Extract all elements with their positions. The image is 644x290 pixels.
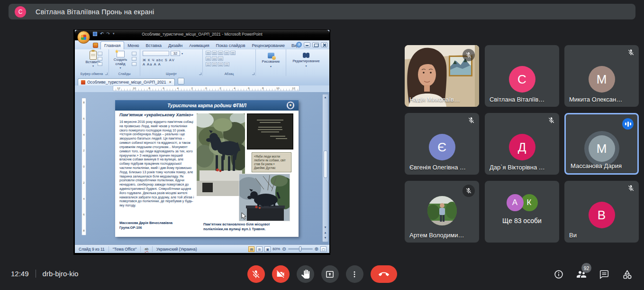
ribbon-tab-review[interactable]: Рецензирование xyxy=(249,42,289,49)
list-buttons[interactable] xyxy=(206,51,255,55)
screen-share-region[interactable]: ↶ ↷ ▾ Особливе_туристичне_місце_ОАРП_202… xyxy=(73,29,330,255)
vertical-ruler[interactable]: 864202468 xyxy=(82,98,86,235)
find-icon xyxy=(303,53,309,58)
font-style-buttons[interactable]: Ж К Ч abc S АV xyxy=(143,58,202,62)
statue-photo-main xyxy=(197,113,245,196)
participant-name: Надія Миколаїв… xyxy=(409,96,460,103)
spellcheck-icon[interactable]: ab xyxy=(141,246,153,252)
paragraph-dialog-launcher[interactable] xyxy=(252,73,254,75)
camera-toggle-button[interactable] xyxy=(272,265,290,283)
overflow-avatars: А К Ще 83 особи xyxy=(485,194,559,225)
ribbon-tab-design[interactable]: Дизайн xyxy=(165,42,186,49)
document-icon xyxy=(81,80,85,84)
indent-increase-icon[interactable] xyxy=(224,51,229,55)
clipboard-dialog-launcher[interactable] xyxy=(105,73,108,75)
language-indicator[interactable]: Украинский (Украина) xyxy=(153,246,200,252)
ribbon-tab-animation[interactable]: Анимация xyxy=(186,42,212,49)
people-button[interactable]: 92 xyxy=(576,269,587,280)
slides-small-buttons[interactable] xyxy=(132,52,136,66)
delete-slide-icon[interactable] xyxy=(132,62,136,66)
ribbon-tab-slideshow[interactable]: Показ слайдов xyxy=(213,42,249,49)
align-right-icon[interactable] xyxy=(218,62,223,66)
clipboard-small-buttons[interactable] xyxy=(98,52,102,66)
office-button[interactable] xyxy=(77,31,90,44)
ribbon-tab-insert[interactable]: Вставка xyxy=(143,42,165,49)
scroll-down-icon[interactable]: ▼ xyxy=(323,225,327,229)
document-tab[interactable]: Особливе_туристичне_місце_ОАРП_2021 × xyxy=(78,78,175,85)
reset-icon[interactable] xyxy=(132,57,136,61)
slide-canvas[interactable]: Туристична карта родини ФТМЛ Пам’ятник «… xyxy=(115,100,299,237)
slide-header-band: Туристична карта родини ФТМЛ xyxy=(115,100,299,111)
editing-button[interactable]: Редактирование ▾ xyxy=(286,51,326,67)
participant-tile-yevheniia[interactable]: Є Євгенія Олегівна … xyxy=(405,113,479,175)
align-text-icon[interactable] xyxy=(212,56,217,61)
numbering-icon[interactable] xyxy=(212,51,217,55)
participant-tile-massanova[interactable]: М Массанова Дария xyxy=(564,113,639,175)
format-painter-icon[interactable] xyxy=(98,62,102,66)
justify-icon[interactable] xyxy=(224,62,229,66)
help-icon[interactable]: ? xyxy=(296,42,302,47)
raise-hand-button[interactable] xyxy=(297,265,314,283)
align-left-icon[interactable] xyxy=(206,62,211,66)
drawing-button[interactable]: Рисование ▾ xyxy=(256,51,286,68)
paste-button[interactable]: Вставить ▾ xyxy=(78,51,109,67)
memorial-plaque-photo xyxy=(247,113,293,150)
scrollbar-thumb[interactable] xyxy=(324,150,327,178)
copy-icon[interactable] xyxy=(98,57,102,61)
participant-tile-mykyta[interactable]: М Микита Олексан… xyxy=(564,45,639,107)
speaking-indicator-icon xyxy=(622,118,634,130)
align-center-icon[interactable] xyxy=(212,62,217,66)
info-button[interactable] xyxy=(553,269,564,280)
participant-tile-nadiia[interactable]: Надія Миколаїв… xyxy=(405,45,479,107)
close-button[interactable] xyxy=(321,42,327,47)
text-direction-icon[interactable] xyxy=(206,56,211,61)
ribbon-tab-home[interactable]: Главная xyxy=(100,41,124,49)
minimize-button[interactable] xyxy=(304,42,310,47)
columns-icon[interactable] xyxy=(218,56,223,61)
close-tab-icon[interactable]: × xyxy=(169,80,172,84)
slideshow-icon[interactable]: ▣ xyxy=(264,246,271,252)
cut-icon[interactable] xyxy=(98,52,102,56)
indent-buttons[interactable] xyxy=(206,56,255,61)
mic-toggle-button[interactable] xyxy=(247,265,265,283)
slide-sorter-icon[interactable]: ⊞ xyxy=(256,246,263,252)
zoom-in-icon[interactable]: ⊕ xyxy=(315,246,318,252)
participant-name: Массанова Дария xyxy=(571,162,622,169)
font-name-select[interactable] xyxy=(143,51,169,56)
zoom-slider[interactable] xyxy=(288,248,313,250)
scroll-up-icon[interactable]: ▲ xyxy=(323,95,327,99)
overflow-tile[interactable]: А К Ще 83 особи xyxy=(485,181,559,243)
participant-tile-artem[interactable]: Артем Володими… xyxy=(405,181,479,243)
line-spacing-icon[interactable] xyxy=(230,51,236,55)
ppt-window-title: Особливе_туристичне_місце_ОАРП_2021 - Mi… xyxy=(75,32,329,37)
more-options-button[interactable] xyxy=(346,265,363,283)
participant-tile-daria-v[interactable]: Д Дар`я Вікторівна … xyxy=(485,113,559,175)
layout-icon[interactable] xyxy=(132,52,136,56)
new-slide-button[interactable]: Создать слайд ▾ xyxy=(111,51,130,69)
restore-button[interactable] xyxy=(312,42,319,47)
avatar: С xyxy=(509,66,535,93)
zoom-out-icon[interactable]: ⊖ xyxy=(282,246,286,252)
normal-view-icon[interactable]: ▤ xyxy=(248,246,254,252)
participant-tile-svitlana[interactable]: С Світлана Віталіїв… xyxy=(485,45,559,107)
horizontal-ruler[interactable]: 12108642024681012 xyxy=(113,85,299,91)
present-screen-button[interactable] xyxy=(321,265,339,283)
chat-button[interactable] xyxy=(599,269,610,280)
new-document-tab-button[interactable] xyxy=(178,78,184,84)
bullets-icon[interactable] xyxy=(206,51,211,55)
font-color-buttons[interactable]: А Аа А А xyxy=(143,62,202,66)
indent-decrease-icon[interactable] xyxy=(218,51,223,55)
paste-dropdown-icon[interactable]: ▾ xyxy=(92,64,94,67)
align-buttons[interactable] xyxy=(206,62,255,66)
ribbon-tab-menu[interactable]: Меню xyxy=(124,42,142,49)
activities-button[interactable] xyxy=(621,269,633,280)
self-tile[interactable]: В Ви xyxy=(564,181,639,243)
vertical-scrollbar[interactable]: ▲ ▼ ▲ ▼ xyxy=(322,94,328,242)
font-dialog-launcher[interactable] xyxy=(199,73,201,75)
previous-slide-icon[interactable]: ▲ xyxy=(323,231,327,234)
font-size-select[interactable]: 32 xyxy=(171,51,180,56)
fit-to-window-icon[interactable]: ▢ xyxy=(320,246,327,252)
end-call-button[interactable] xyxy=(371,265,397,283)
next-slide-icon[interactable]: ▼ xyxy=(323,236,327,240)
zoom-slider-thumb[interactable] xyxy=(299,246,301,252)
